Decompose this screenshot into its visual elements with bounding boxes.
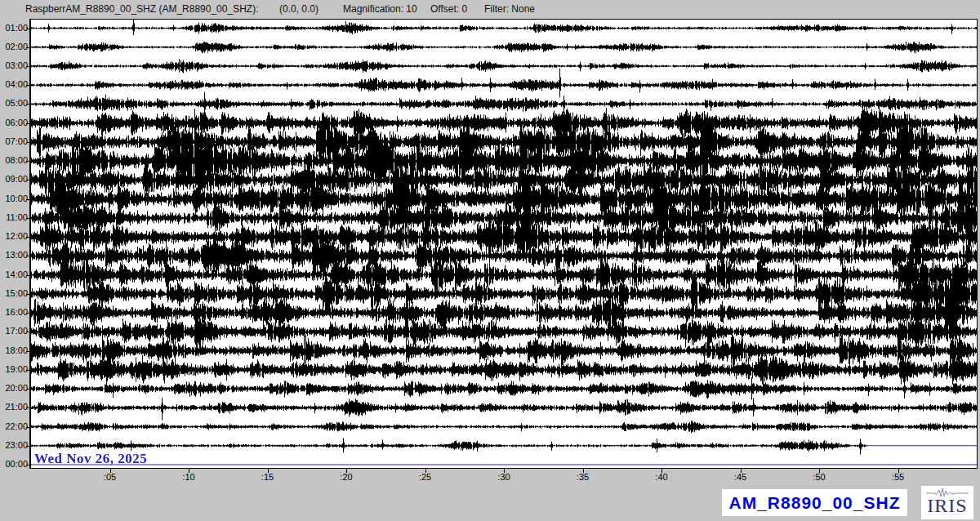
x-tick-label: :20 [340,472,352,482]
row-label: 10:00 [0,194,28,204]
x-tick-label: :25 [419,472,431,482]
header-coordinates: (0.0, 0.0) [279,3,318,15]
row-label: 12:00 [0,231,28,242]
row-label: 06:00 [0,118,28,128]
header-filter: Filter: None [484,3,535,15]
row-label: 19:00 [0,364,28,375]
x-tick-label: :45 [734,472,746,482]
row-label: 04:00 [0,79,28,90]
row-label: 02:00 [0,42,28,52]
header-magnification: Magnification: 10 [343,3,417,15]
iris-logo-text: IRIS [927,496,967,515]
station-label: AM_R8890_00_SHZ [722,489,907,516]
x-tick-label: :15 [261,472,274,482]
row-label: 15:00 [0,288,28,299]
x-tick-label: :55 [892,472,904,482]
row-label: 07:00 [0,136,28,147]
date-label: Wed Nov 26, 2025 [34,451,147,467]
app-window: RaspberrAM_R8890_00_SHZ (AM_R8890_00_SHZ… [0,0,980,521]
iris-logo: IRIS [921,486,973,519]
header-bar: RaspberrAM_R8890_00_SHZ (AM_R8890_00_SHZ… [0,0,980,20]
helicorder-plot: Wed Nov 26, 2025 [29,19,978,469]
row-label: 18:00 [0,345,28,356]
header-title: RaspberrAM_R8890_00_SHZ (AM_R8890_00_SHZ… [25,3,258,15]
row-label: 05:00 [0,98,28,109]
helicorder-canvas[interactable] [31,20,977,468]
row-label: 01:00 [0,23,28,33]
row-label: 14:00 [0,269,28,280]
row-label: 23:00 [0,440,28,451]
row-label: 08:00 [0,155,28,166]
x-tick-label: :50 [813,472,825,482]
row-label: 22:00 [0,421,28,432]
x-tick-label: :10 [182,472,194,482]
x-tick-label: :30 [497,472,510,482]
x-tick-label: :35 [577,472,589,482]
header-offset: Offset: 0 [430,3,467,15]
x-tick-label: :05 [104,472,116,482]
row-label: 21:00 [0,402,28,412]
row-label: 20:00 [0,383,28,394]
x-tick-label: :40 [655,472,667,482]
row-label: 13:00 [0,250,28,260]
row-label: 00:00 [0,459,28,470]
row-label: 09:00 [0,174,28,185]
row-label: 11:00 [0,212,28,223]
row-label: 16:00 [0,307,28,318]
row-label: 17:00 [0,326,28,336]
row-label: 03:00 [0,60,28,71]
